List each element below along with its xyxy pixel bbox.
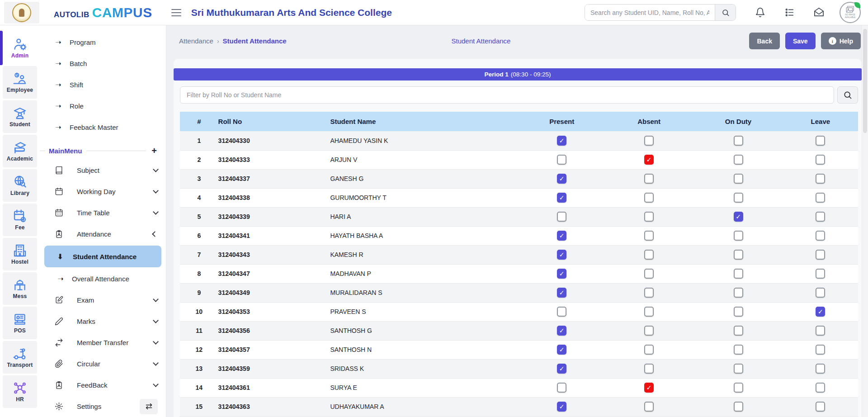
module-admin[interactable]: Admin bbox=[3, 32, 37, 64]
notification-bell-icon[interactable] bbox=[755, 7, 765, 18]
present-checkbox[interactable] bbox=[557, 307, 566, 317]
absent-checkbox[interactable]: ✓ bbox=[644, 383, 654, 393]
global-search-button[interactable] bbox=[715, 5, 736, 20]
present-checkbox[interactable] bbox=[557, 383, 566, 393]
present-checkbox[interactable]: ✓ bbox=[557, 269, 566, 279]
absent-checkbox[interactable] bbox=[644, 345, 654, 355]
leave-checkbox[interactable] bbox=[816, 193, 825, 203]
absent-checkbox[interactable] bbox=[644, 212, 654, 222]
task-list-icon[interactable] bbox=[784, 7, 795, 18]
leave-checkbox[interactable] bbox=[816, 288, 825, 298]
user-avatar[interactable]: NO IMAGE AVAILABLE bbox=[840, 2, 861, 23]
sidebar-item-role[interactable]: ➝ Role bbox=[40, 95, 166, 117]
present-checkbox[interactable]: ✓ bbox=[557, 193, 566, 203]
present-checkbox[interactable]: ✓ bbox=[557, 326, 566, 336]
roll-no-link[interactable]: 312404353 bbox=[218, 302, 330, 321]
roll-no-link[interactable]: 312404330 bbox=[218, 131, 330, 150]
vertical-scrollbar[interactable] bbox=[862, 25, 868, 417]
present-checkbox[interactable]: ✓ bbox=[557, 231, 566, 241]
roll-no-link[interactable]: 312404363 bbox=[218, 397, 330, 416]
present-checkbox[interactable]: ✓ bbox=[557, 288, 566, 298]
roll-no-link[interactable]: 312404341 bbox=[218, 226, 330, 245]
sidebar-collapse-toggle[interactable] bbox=[140, 399, 158, 414]
roll-no-link[interactable]: 312404333 bbox=[218, 150, 330, 169]
absent-checkbox[interactable] bbox=[644, 326, 654, 336]
onduty-checkbox[interactable] bbox=[734, 174, 743, 184]
onduty-checkbox[interactable] bbox=[734, 155, 743, 165]
back-button[interactable]: Back bbox=[749, 33, 779, 49]
sidebar-item-marks[interactable]: Marks bbox=[40, 311, 166, 332]
sidebar-subitem-overall-attendance[interactable]: ➝ Overall Attendance bbox=[40, 268, 166, 289]
roll-no-link[interactable]: 312404361 bbox=[218, 378, 330, 397]
absent-checkbox[interactable] bbox=[644, 174, 654, 184]
filter-search-button[interactable] bbox=[837, 86, 858, 104]
add-menu-icon[interactable]: + bbox=[151, 146, 157, 156]
module-transport[interactable]: Transport bbox=[3, 341, 37, 374]
leave-checkbox[interactable] bbox=[816, 136, 825, 146]
sidebar-item-working-day[interactable]: Working Day bbox=[40, 181, 166, 202]
module-mess[interactable]: Mess bbox=[3, 272, 37, 305]
hamburger-menu-icon[interactable] bbox=[171, 9, 181, 16]
onduty-checkbox[interactable] bbox=[734, 345, 743, 355]
leave-checkbox[interactable]: ✓ bbox=[816, 307, 825, 317]
leave-checkbox[interactable] bbox=[816, 364, 825, 374]
present-checkbox[interactable]: ✓ bbox=[557, 174, 566, 184]
save-button[interactable]: Save bbox=[785, 33, 816, 49]
onduty-checkbox[interactable] bbox=[734, 307, 743, 317]
roll-no-link[interactable]: 312404357 bbox=[218, 340, 330, 359]
onduty-checkbox[interactable] bbox=[734, 231, 743, 241]
scrollbar-thumb[interactable] bbox=[863, 29, 867, 133]
help-button[interactable]: i Help bbox=[821, 33, 861, 49]
present-checkbox[interactable]: ✓ bbox=[557, 136, 566, 146]
module-employee[interactable]: Employee bbox=[3, 66, 37, 99]
roll-no-link[interactable]: 312404338 bbox=[218, 188, 330, 207]
module-fee[interactable]: Fee bbox=[3, 204, 37, 236]
present-checkbox[interactable]: ✓ bbox=[557, 345, 566, 355]
sidebar-item-exam[interactable]: Exam bbox=[40, 289, 166, 311]
global-search-input[interactable] bbox=[585, 5, 715, 20]
leave-checkbox[interactable] bbox=[816, 174, 825, 184]
onduty-checkbox[interactable] bbox=[734, 383, 743, 393]
leave-checkbox[interactable] bbox=[816, 155, 825, 165]
onduty-checkbox[interactable] bbox=[734, 269, 743, 279]
sidebar-item-circular[interactable]: Circular bbox=[40, 353, 166, 374]
leave-checkbox[interactable] bbox=[816, 326, 825, 336]
filter-input[interactable] bbox=[180, 86, 834, 104]
present-checkbox[interactable] bbox=[557, 155, 566, 165]
onduty-checkbox[interactable] bbox=[734, 136, 743, 146]
absent-checkbox[interactable] bbox=[644, 364, 654, 374]
leave-checkbox[interactable] bbox=[816, 345, 825, 355]
onduty-checkbox[interactable] bbox=[734, 326, 743, 336]
sidebar-item-feeback-master[interactable]: ➝ Feeback Master bbox=[40, 117, 166, 138]
present-checkbox[interactable]: ✓ bbox=[557, 364, 566, 374]
leave-checkbox[interactable] bbox=[816, 231, 825, 241]
sidebar-item-attendance[interactable]: Attendance bbox=[40, 223, 166, 245]
brand-logo[interactable]: AUTOLIB CAMPUS bbox=[54, 5, 152, 20]
leave-checkbox[interactable] bbox=[816, 212, 825, 222]
leave-checkbox[interactable] bbox=[816, 383, 825, 393]
onduty-checkbox[interactable] bbox=[734, 288, 743, 298]
absent-checkbox[interactable] bbox=[644, 231, 654, 241]
roll-no-link[interactable]: 312404339 bbox=[218, 207, 330, 226]
roll-no-link[interactable]: 312404347 bbox=[218, 264, 330, 283]
sidebar-item-batch[interactable]: ➝ Batch bbox=[40, 53, 166, 74]
module-hostel[interactable]: Hostel bbox=[3, 238, 37, 270]
absent-checkbox[interactable]: ✓ bbox=[644, 155, 654, 165]
onduty-checkbox[interactable]: ✓ bbox=[734, 212, 743, 222]
leave-checkbox[interactable] bbox=[816, 250, 825, 260]
sidebar-item-member-transfer[interactable]: Member Transfer bbox=[40, 332, 166, 353]
roll-no-link[interactable]: 312404343 bbox=[218, 245, 330, 264]
sidebar-item-time-table[interactable]: Time Table bbox=[40, 202, 166, 223]
sidebar-item-shift[interactable]: ➝ Shift bbox=[40, 74, 166, 95]
onduty-checkbox[interactable] bbox=[734, 250, 743, 260]
present-checkbox[interactable]: ✓ bbox=[557, 250, 566, 260]
roll-no-link[interactable]: 312404337 bbox=[218, 169, 330, 188]
roll-no-link[interactable]: 312404356 bbox=[218, 321, 330, 340]
college-logo[interactable] bbox=[4, 2, 39, 24]
absent-checkbox[interactable] bbox=[644, 193, 654, 203]
roll-no-link[interactable]: 312404349 bbox=[218, 283, 330, 302]
module-pos[interactable]: POS bbox=[3, 307, 37, 339]
onduty-checkbox[interactable] bbox=[734, 193, 743, 203]
absent-checkbox[interactable] bbox=[644, 250, 654, 260]
absent-checkbox[interactable] bbox=[644, 307, 654, 317]
